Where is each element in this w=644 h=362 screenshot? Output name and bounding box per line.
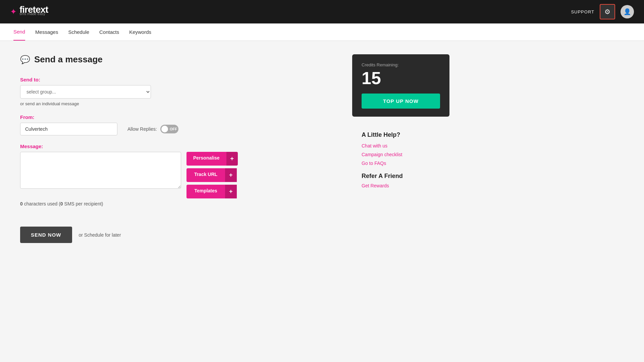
message-row: Personalise + Track URL + Templates + [20,152,339,198]
from-row: Allow Replies: OFF [20,123,339,135]
get-rewards-link[interactable]: Get Rewards [362,183,440,188]
message-textarea[interactable] [20,152,181,189]
schedule-link[interactable]: or Schedule for later [79,232,121,238]
nav-item-messages[interactable]: Messages [35,24,58,40]
credits-box: Credits Remaining: 15 TOP UP NOW [352,54,449,117]
allow-replies-row: Allow Replies: OFF [127,125,178,133]
page-title: Send a message [34,54,103,65]
sidebar: Credits Remaining: 15 TOP UP NOW A Littl… [352,54,449,243]
sms-per-recipient: 0 [60,201,63,206]
personalise-plus-icon: + [226,152,238,166]
send-to-group: Send to: select group... or send an indi… [20,77,339,106]
header-right: SUPPORT ⚙ 👤 [571,4,634,19]
toggle-knob [161,126,168,132]
page-title-area: 💬 Send a message [20,54,339,65]
credits-number: 15 [362,69,440,87]
main-container: 💬 Send a message Send to: select group..… [0,41,470,256]
header: ✦ firetext sms made easy SUPPORT ⚙ 👤 [0,0,644,23]
send-to-select[interactable]: select group... [20,85,151,99]
personalise-label: Personalise [186,152,226,166]
individual-hint: or send an individual message [20,101,339,106]
char-count: 0 characters used (0 SMS per recipient) [20,201,339,206]
help-title: A Little Help? [362,131,440,138]
user-icon: 👤 [624,8,631,15]
from-input[interactable] [20,123,117,135]
logo: firetext sms made easy [19,4,48,19]
nav-item-send[interactable]: Send [13,23,25,41]
gear-icon: ⚙ [604,8,610,16]
send-to-label: Send to: [20,77,339,82]
from-label: From: [20,114,339,120]
avatar-button[interactable]: 👤 [621,5,634,18]
char-used: 0 [20,201,23,206]
chat-icon: 💬 [20,55,30,64]
templates-plus-icon: + [225,185,237,198]
nav-item-keywords[interactable]: Keywords [129,24,151,40]
message-buttons: Personalise + Track URL + Templates + [186,152,238,198]
topup-button[interactable]: TOP UP NOW [362,94,440,109]
logo-area: ✦ firetext sms made easy [10,4,48,19]
chat-link[interactable]: Chat with us [362,143,440,148]
nav-item-schedule[interactable]: Schedule [68,24,89,40]
logo-icon: ✦ [10,7,17,16]
send-row: SEND NOW or Schedule for later [20,227,339,243]
track-url-plus-icon: + [225,168,237,182]
track-url-button[interactable]: Track URL + [186,168,238,182]
support-link[interactable]: SUPPORT [571,9,594,14]
from-group: From: Allow Replies: OFF [20,114,339,135]
nav-item-contacts[interactable]: Contacts [99,24,119,40]
allow-replies-toggle[interactable]: OFF [160,125,178,133]
credits-label: Credits Remaining: [362,62,440,67]
main-nav: Send Messages Schedule Contacts Keywords [0,23,644,41]
templates-label: Templates [186,185,225,198]
faqs-link[interactable]: Go to FAQs [362,161,440,166]
logo-sub: sms made easy [19,12,48,16]
content-area: 💬 Send a message Send to: select group..… [20,54,339,243]
gear-button[interactable]: ⚙ [600,4,615,19]
toggle-state-label: OFF [170,127,177,131]
templates-button[interactable]: Templates + [186,185,238,198]
personalise-button[interactable]: Personalise + [186,152,238,166]
campaign-checklist-link[interactable]: Campaign checklist [362,152,440,157]
send-now-button[interactable]: SEND NOW [20,227,72,243]
help-box: A Little Help? Chat with us Campaign che… [352,123,449,200]
message-group: Message: Personalise + Track URL + [20,143,339,206]
refer-title: Refer A Friend [362,173,440,180]
allow-replies-label: Allow Replies: [127,126,157,132]
track-url-label: Track URL [186,168,225,182]
message-label: Message: [20,143,339,149]
